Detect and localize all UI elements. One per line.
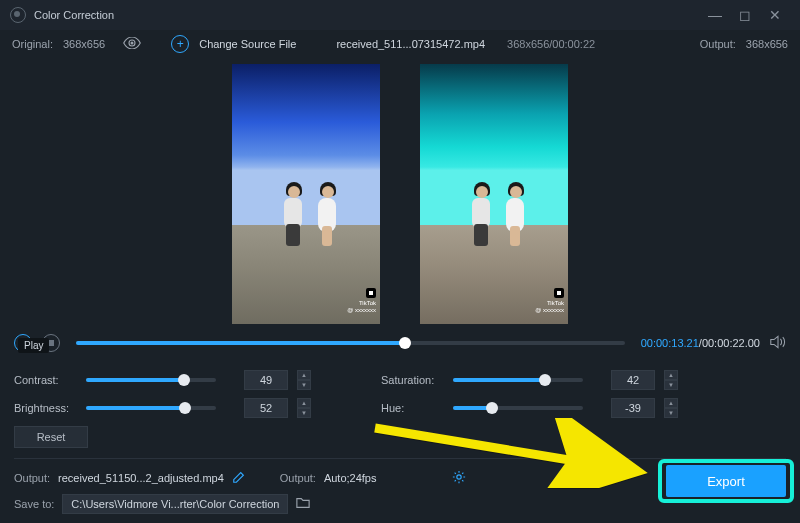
svg-point-0 xyxy=(131,42,134,45)
brightness-down[interactable]: ▼ xyxy=(297,408,311,418)
original-label: Original: xyxy=(12,38,53,50)
watermark: TikTok@ xxxxxxx xyxy=(535,288,564,314)
save-to-label: Save to: xyxy=(14,498,54,510)
export-area: Export xyxy=(666,465,786,497)
watermark: TikTok@ xxxxxxx xyxy=(347,288,376,314)
saturation-down[interactable]: ▼ xyxy=(664,380,678,390)
source-dimensions-time: 368x656/00:00:22 xyxy=(507,38,595,50)
hue-label: Hue: xyxy=(381,402,443,414)
brightness-slider[interactable] xyxy=(86,406,216,410)
output-label: Output: xyxy=(700,38,736,50)
seek-slider[interactable] xyxy=(76,341,625,345)
preview-toggle-icon[interactable] xyxy=(123,37,141,51)
hue-down[interactable]: ▼ xyxy=(664,408,678,418)
preview-adjusted: TikTok@ xxxxxxx xyxy=(420,64,568,324)
titlebar: Color Correction — ◻ ✕ xyxy=(0,0,800,30)
maximize-button[interactable]: ◻ xyxy=(730,7,760,23)
edit-output-name-icon[interactable] xyxy=(232,470,246,486)
color-controls: Contrast: 49 ▲▼ Saturation: 42 ▲▼ Bright… xyxy=(0,362,800,459)
time-display: 00:00:13.21/00:00:22.00 xyxy=(641,337,760,349)
preview-area: TikTok@ xxxxxxx TikTok@ xxxxxxx xyxy=(0,64,800,324)
contrast-label: Contrast: xyxy=(14,374,76,386)
minimize-button[interactable]: — xyxy=(700,7,730,23)
brightness-value[interactable]: 52 xyxy=(244,398,288,418)
window-title: Color Correction xyxy=(34,9,114,21)
output-file-label: Output: xyxy=(14,472,50,484)
svg-point-1 xyxy=(457,475,461,479)
output-dimensions: 368x656 xyxy=(746,38,788,50)
output-file-value: received_51150...2_adjusted.mp4 xyxy=(58,472,224,484)
original-dimensions: 368x656 xyxy=(63,38,105,50)
saturation-value[interactable]: 42 xyxy=(611,370,655,390)
contrast-down[interactable]: ▼ xyxy=(297,380,311,390)
hue-slider[interactable] xyxy=(453,406,583,410)
close-button[interactable]: ✕ xyxy=(760,7,790,23)
brightness-up[interactable]: ▲ xyxy=(297,398,311,408)
saturation-label: Saturation: xyxy=(381,374,443,386)
play-tooltip: Play xyxy=(18,338,49,353)
reset-button[interactable]: Reset xyxy=(14,426,88,448)
preview-original: TikTok@ xxxxxxx xyxy=(232,64,380,324)
hue-value[interactable]: -39 xyxy=(611,398,655,418)
output-settings-label: Output: xyxy=(280,472,316,484)
volume-icon[interactable] xyxy=(770,335,786,351)
saturation-slider[interactable] xyxy=(453,378,583,382)
output-settings-value: Auto;24fps xyxy=(324,472,377,484)
brightness-label: Brightness: xyxy=(14,402,76,414)
change-source-button[interactable]: Change Source File xyxy=(199,38,296,50)
toolbar: Original: 368x656 + Change Source File r… xyxy=(0,30,800,58)
add-source-button[interactable]: + xyxy=(171,35,189,53)
settings-icon[interactable] xyxy=(452,470,466,486)
export-button[interactable]: Export xyxy=(666,465,786,497)
contrast-slider[interactable] xyxy=(86,378,216,382)
contrast-up[interactable]: ▲ xyxy=(297,370,311,380)
hue-up[interactable]: ▲ xyxy=(664,398,678,408)
browse-folder-icon[interactable] xyxy=(296,496,310,512)
source-filename: received_511...07315472.mp4 xyxy=(336,38,485,50)
seek-thumb[interactable] xyxy=(399,337,411,349)
save-path-input[interactable]: C:\Users\Vidmore Vi...rter\Color Correct… xyxy=(62,494,288,514)
seek-fill xyxy=(76,341,405,345)
saturation-up[interactable]: ▲ xyxy=(664,370,678,380)
app-logo-icon xyxy=(10,7,26,23)
timeline: 00:00:13.21/00:00:22.00 xyxy=(0,324,800,362)
contrast-value[interactable]: 49 xyxy=(244,370,288,390)
